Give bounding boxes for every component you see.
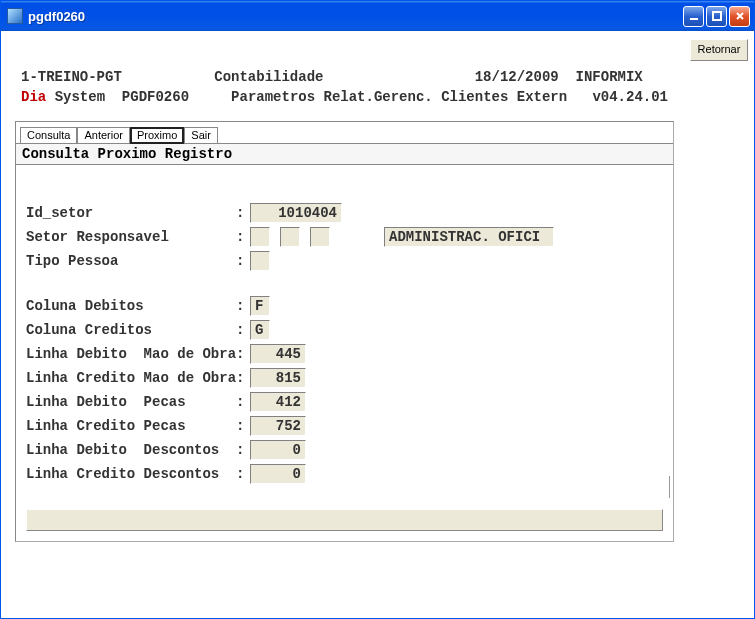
field-lin-deb-pec[interactable]: 412 [250,392,306,412]
field-setor-resp-b[interactable] [280,227,300,247]
row-lin-deb-pec: Linha Debito Pecas : 412 [26,390,663,413]
field-setor-resp-desc: ADMINISTRAC. OFICI [384,227,554,247]
field-col-cred[interactable]: G [250,320,270,340]
row-lin-cred-mo: Linha Credito Mao de Obra : 815 [26,366,663,389]
label-lin-deb-pec: Linha Debito Pecas [26,394,236,410]
tab-consulta[interactable]: Consulta [20,127,77,144]
minimize-button[interactable] [683,6,704,27]
label-lin-deb-desc: Linha Debito Descontos [26,442,236,458]
label-col-cred: Coluna Creditos [26,322,236,338]
row-id-setor: Id_setor : 1010404 [26,201,663,224]
field-tipo-pessoa[interactable] [250,251,270,271]
row-lin-cred-pec: Linha Credito Pecas : 752 [26,414,663,437]
field-setor-resp-a[interactable] [250,227,270,247]
label-lin-cred-pec: Linha Credito Pecas [26,418,236,434]
close-icon [734,10,746,22]
row-tipo-pessoa: Tipo Pessoa : [26,249,663,272]
label-lin-cred-mo: Linha Credito Mao de Obra [26,370,236,386]
tab-sair[interactable]: Sair [184,127,218,144]
main-panel: 1-TREINO-PGT Contabilidade 18/12/2009 IN… [1,31,684,618]
label-col-deb: Coluna Debitos [26,298,236,314]
label-tipo-pessoa: Tipo Pessoa [26,253,236,269]
maximize-button[interactable] [706,6,727,27]
tab-anterior[interactable]: Anterior [77,127,130,144]
tab-bar: Consulta Anterior Proximo Sair [16,122,673,143]
field-setor-resp-c[interactable] [310,227,330,247]
app-window: pgdf0260 1-TREINO-PGT Contabilidade 18/1… [0,0,755,619]
client-area: 1-TREINO-PGT Contabilidade 18/12/2009 IN… [1,31,754,618]
row-setor-resp: Setor Responsavel : ADMINISTRAC. OFICI [26,225,663,248]
status-bar [26,509,663,531]
label-lin-deb-mo: Linha Debito Mao de Obra [26,346,236,362]
field-lin-deb-mo[interactable]: 445 [250,344,306,364]
form-area: Id_setor : 1010404 Setor Responsavel : [16,165,673,541]
app-icon [7,8,23,24]
field-lin-deb-desc[interactable]: 0 [250,440,306,460]
field-lin-cred-desc[interactable]: 0 [250,464,306,484]
splitter-handle[interactable] [669,476,670,498]
titlebar[interactable]: pgdf0260 [1,1,754,31]
field-id-setor: 1010404 [250,203,342,223]
label-lin-cred-desc: Linha Credito Descontos [26,466,236,482]
label-setor-resp: Setor Responsavel [26,229,236,245]
window-title: pgdf0260 [28,9,681,24]
row-col-deb: Coluna Debitos : F [26,294,663,317]
svg-rect-1 [713,12,721,20]
maximize-icon [711,10,723,22]
close-button[interactable] [729,6,750,27]
right-panel: Retornar [684,31,754,618]
subheader: Consulta Proximo Registro [16,143,673,165]
tab-proximo[interactable]: Proximo [130,127,184,144]
row-col-cred: Coluna Creditos : G [26,318,663,341]
label-id-setor: Id_setor [26,205,236,221]
row-lin-cred-desc: Linha Credito Descontos : 0 [26,462,663,485]
field-lin-cred-pec[interactable]: 752 [250,416,306,436]
retornar-button[interactable]: Retornar [690,39,748,61]
field-col-deb[interactable]: F [250,296,270,316]
svg-rect-0 [690,18,698,20]
form-group: Consulta Anterior Proximo Sair Consulta … [15,121,674,542]
row-lin-deb-desc: Linha Debito Descontos : 0 [26,438,663,461]
field-lin-cred-mo[interactable]: 815 [250,368,306,388]
program-header: 1-TREINO-PGT Contabilidade 18/12/2009 IN… [15,41,674,121]
row-lin-deb-mo: Linha Debito Mao de Obra : 445 [26,342,663,365]
minimize-icon [688,10,700,22]
